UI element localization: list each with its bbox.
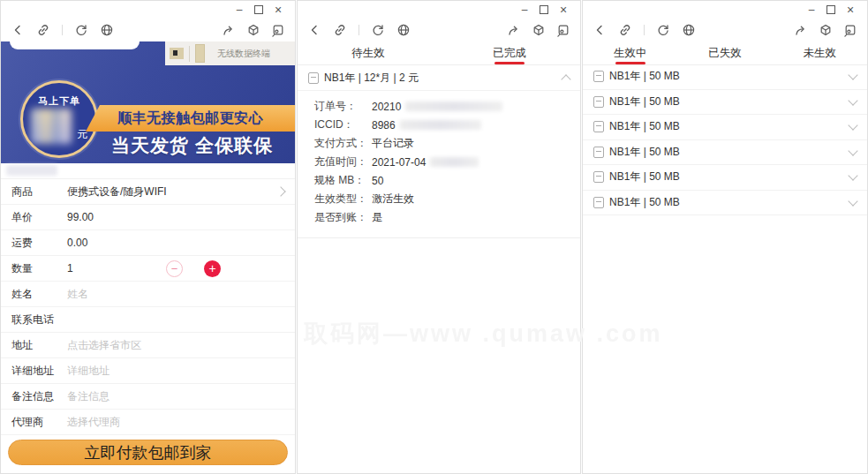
form-row[interactable]: 地址 点击选择省市区: [1, 333, 295, 358]
field-input[interactable]: 详细地址: [67, 364, 109, 379]
quantity-minus-button[interactable]: −: [166, 260, 183, 277]
status-tab[interactable]: 待生效: [298, 41, 439, 64]
status-tab[interactable]: 未生效: [773, 41, 867, 64]
toolbar-separator: [359, 25, 359, 35]
detail-row: ICCID： 8986: [298, 116, 580, 134]
field-input[interactable]: 点击选择省市区: [67, 338, 141, 353]
status-tab[interactable]: 已完成: [439, 41, 580, 64]
detail-label: 订单号：: [314, 99, 372, 114]
form-row[interactable]: 详细地址 详细地址: [1, 358, 295, 384]
list-item[interactable]: NB1年 | 50 MB: [583, 191, 867, 216]
status-tab[interactable]: 生效中: [583, 41, 677, 64]
copy-link-icon[interactable]: [333, 23, 347, 37]
miniprogram-cube-icon[interactable]: [532, 23, 546, 37]
form-row[interactable]: 商品 便携式设备/随身WIFI: [1, 179, 295, 205]
window-minimize-button[interactable]: –: [230, 3, 249, 17]
detail-row: 是否到账： 是: [298, 208, 580, 227]
form-row[interactable]: 代理商 选择代理商: [1, 410, 295, 435]
back-icon[interactable]: [307, 23, 321, 37]
copy-link-icon[interactable]: [36, 23, 50, 37]
window-maximize-button[interactable]: [821, 3, 841, 17]
expand-chevron-icon: [848, 146, 857, 155]
window-maximize-button[interactable]: [534, 3, 554, 17]
detail-value: 50: [372, 175, 383, 187]
back-icon[interactable]: [11, 23, 25, 37]
badge-label: 马上下单: [23, 94, 95, 108]
miniprogram-cube-icon[interactable]: [246, 23, 260, 37]
window-minimize-button[interactable]: –: [802, 3, 821, 17]
quantity-plus-button[interactable]: +: [204, 260, 221, 277]
list-item[interactable]: NB1年 | 50 MB: [583, 165, 867, 191]
list-item[interactable]: NB1年 | 50 MB: [583, 90, 867, 116]
window-close-button[interactable]: ×: [268, 3, 288, 17]
field-input[interactable]: 备注信息: [67, 389, 109, 404]
form-row[interactable]: 单价 99.00: [1, 205, 295, 230]
form-row[interactable]: 数量 1 − +: [1, 256, 295, 282]
product-teaser-label: 无线数据终端: [217, 48, 270, 60]
share-icon[interactable]: [507, 23, 521, 37]
refresh-icon[interactable]: [371, 23, 385, 37]
refresh-icon[interactable]: [656, 23, 670, 37]
form-row[interactable]: 运费 0.00: [1, 230, 295, 256]
plan-doc-icon: [593, 71, 604, 82]
price-redacted-blur: [31, 109, 72, 144]
badge-unit-label: 元: [77, 127, 87, 142]
maximize-icon: [254, 5, 263, 14]
field-input[interactable]: 姓名: [67, 287, 88, 302]
share-icon[interactable]: [222, 23, 236, 37]
globe-icon[interactable]: [396, 23, 411, 37]
plan-doc-icon: [593, 147, 604, 158]
scroll-sheet-notch: [10, 41, 140, 49]
order-card-header[interactable]: NB1年 | 12*月 | 2 元: [298, 65, 580, 91]
shopname-redacted-blur: [6, 165, 57, 176]
field-input[interactable]: 选择代理商: [67, 415, 120, 430]
field-label: 运费: [11, 236, 67, 251]
order-form: 商品 便携式设备/随身WIFI 单价 99.00 运费 0.00: [1, 178, 295, 435]
back-icon[interactable]: [593, 23, 607, 37]
window-maximize-button[interactable]: [249, 3, 268, 17]
form-row[interactable]: 备注信息 备注信息: [1, 384, 295, 410]
globe-icon[interactable]: [682, 23, 696, 37]
order-detail-window: – × 待生效: [297, 0, 581, 474]
field-label: 单价: [11, 210, 67, 225]
window-close-button[interactable]: ×: [841, 3, 860, 17]
globe-icon[interactable]: [100, 23, 114, 37]
pip-window-icon[interactable]: [556, 23, 570, 37]
promo-strip-text: 顺丰无接触包邮更安心: [117, 109, 263, 128]
pay-button[interactable]: 立即付款包邮到家: [8, 440, 288, 465]
product-teaser-card[interactable]: 无线数据终端: [165, 41, 295, 65]
list-item[interactable]: NB1年 | 50 MB: [583, 115, 867, 140]
detail-value: 是: [372, 210, 382, 225]
list-item[interactable]: NB1年 | 50 MB: [583, 64, 867, 90]
window-close-button[interactable]: ×: [554, 3, 573, 17]
collapse-chevron-icon: [561, 74, 570, 84]
pip-window-icon[interactable]: [271, 23, 285, 37]
list-item[interactable]: NB1年 | 50 MB: [583, 140, 867, 166]
refresh-icon[interactable]: [74, 23, 88, 37]
form-row[interactable]: 姓名 姓名: [1, 282, 295, 307]
detail-label: 是否到账：: [314, 210, 372, 225]
window-minimize-button[interactable]: –: [515, 3, 534, 17]
field-label: 备注信息: [11, 389, 67, 404]
miniprogram-cube-icon[interactable]: [819, 23, 833, 37]
detail-label: 充值时间：: [314, 154, 372, 169]
detail-row: 订单号： 20210: [298, 97, 580, 116]
pip-window-icon[interactable]: [843, 23, 857, 37]
status-tab[interactable]: 已失效: [677, 41, 772, 64]
list-item-label: NB1年 | 50 MB: [609, 119, 680, 134]
list-item-label: NB1年 | 50 MB: [609, 169, 680, 184]
form-row[interactable]: 联系电话: [1, 307, 295, 333]
copy-link-icon[interactable]: [618, 23, 632, 37]
expand-chevron-icon: [848, 71, 857, 80]
expand-chevron-icon: [848, 196, 857, 206]
share-icon[interactable]: [794, 23, 808, 37]
titlebar: – ×: [298, 1, 580, 19]
detail-label: 支付方式：: [314, 136, 372, 151]
desktop-stage: – × 无线数据终端 马: [0, 0, 868, 474]
thumbnail-divider: [189, 46, 190, 62]
detail-value-text: 20210: [372, 101, 401, 113]
field-value: 1: [67, 262, 73, 275]
tab-label: 已完成: [493, 46, 526, 61]
detail-value-text: 50: [372, 175, 383, 187]
expand-chevron-icon: [848, 121, 857, 131]
